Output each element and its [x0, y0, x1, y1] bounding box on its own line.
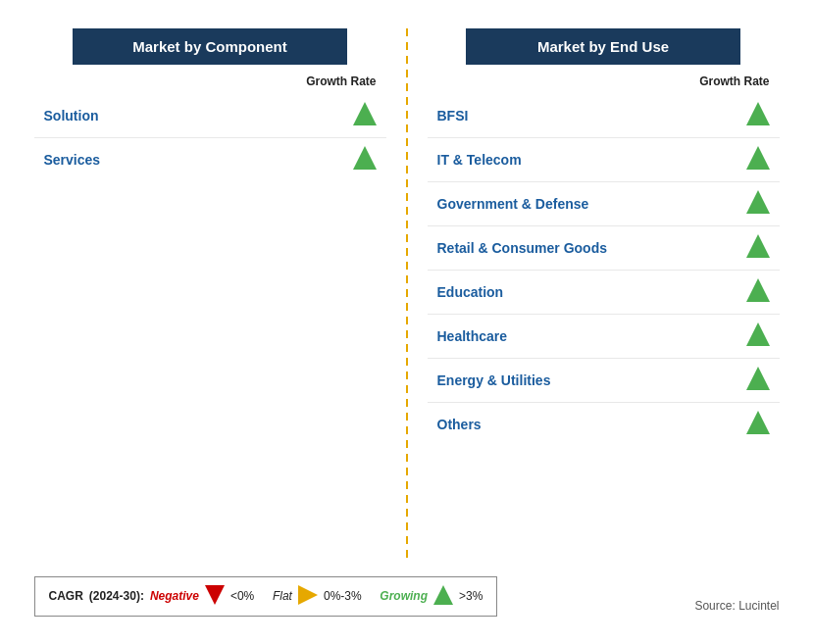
item-label: Energy & Utilities [437, 372, 551, 388]
arrow-up-icon [746, 234, 780, 262]
right-panel: Market by End Use Growth Rate BFSI IT & … [418, 28, 780, 559]
cagr-years: (2024-30): [89, 589, 144, 603]
item-label: Healthcare [437, 328, 508, 344]
source-label: Source: Lucintel [694, 599, 779, 617]
left-growth-label: Growth Rate [34, 74, 386, 88]
list-item: Energy & Utilities [428, 359, 780, 403]
list-item: Government & Defense [428, 182, 780, 226]
list-item: BFSI [428, 94, 780, 138]
item-label: Services [44, 152, 101, 168]
arrow-right-yellow-icon [298, 585, 318, 608]
negative-value: <0% [230, 589, 254, 603]
arrow-up-icon [746, 190, 780, 218]
dashed-divider [406, 28, 408, 559]
bottom-section: CAGR (2024-30): Negative <0% Flat 0%-3% … [34, 569, 780, 617]
arrow-up-icon [353, 102, 386, 129]
arrow-up-icon [746, 411, 780, 438]
left-panel: Market by Component Growth Rate Solution… [34, 28, 396, 559]
legend-cagr-row: CAGR (2024-30): Negative <0% Flat 0%-3% … [49, 585, 483, 608]
arrow-up-icon [746, 278, 780, 306]
list-item: Others [428, 403, 780, 446]
main-container: Market by Component Growth Rate Solution… [15, 19, 799, 626]
cagr-label: CAGR [49, 589, 83, 603]
item-label: Retail & Consumer Goods [437, 240, 607, 256]
growing-value: >3% [459, 589, 483, 603]
content-area: Market by Component Growth Rate Solution… [34, 28, 780, 559]
list-item: Services [34, 138, 386, 181]
legend-box: CAGR (2024-30): Negative <0% Flat 0%-3% … [34, 576, 498, 617]
item-label: Education [437, 284, 504, 300]
item-label: IT & Telecom [437, 152, 522, 168]
arrow-up-icon [353, 146, 386, 173]
arrow-up-icon [746, 367, 780, 394]
arrow-up-icon [746, 102, 780, 129]
right-header: Market by End Use [466, 28, 740, 65]
flat-label: Flat [273, 589, 292, 603]
list-item: IT & Telecom [428, 138, 780, 182]
arrow-up-icon [746, 322, 780, 350]
list-item: Solution [34, 94, 386, 138]
right-growth-label: Growth Rate [428, 74, 780, 88]
item-label: Solution [44, 108, 99, 124]
list-item: Education [428, 271, 780, 315]
flat-value: 0%-3% [324, 589, 362, 603]
left-header: Market by Component [73, 28, 347, 65]
list-item: Healthcare [428, 315, 780, 359]
list-item: Retail & Consumer Goods [428, 226, 780, 271]
growing-label: Growing [380, 589, 428, 603]
right-items-list: BFSI IT & Telecom Government & Defense R… [428, 94, 780, 446]
negative-label: Negative [150, 589, 199, 603]
item-label: Government & Defense [437, 196, 589, 212]
arrow-down-red-icon [205, 585, 225, 608]
item-label: Others [437, 417, 482, 432]
left-items-list: Solution Services [34, 94, 386, 181]
item-label: BFSI [437, 108, 469, 124]
arrow-up-icon [746, 146, 780, 173]
arrow-up-green-icon [433, 585, 453, 608]
